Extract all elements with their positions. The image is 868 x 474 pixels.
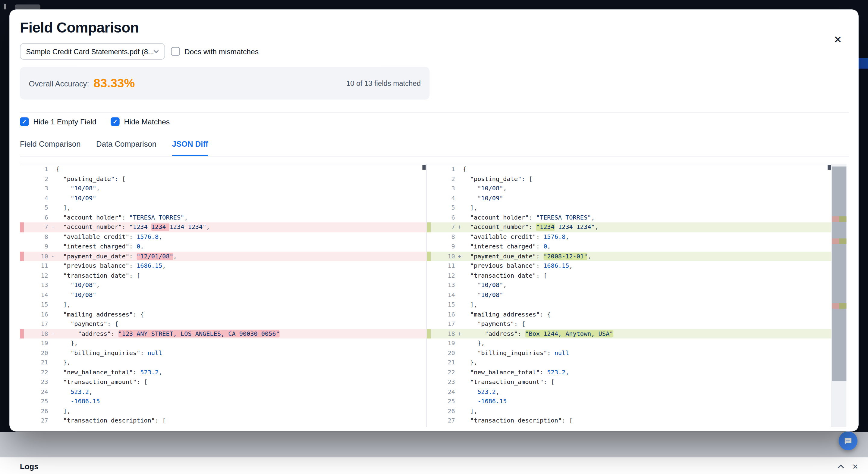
chevron-up-icon — [838, 464, 844, 469]
scrollbar-thumb[interactable] — [832, 167, 846, 381]
field-comparison-modal: Field Comparison ✕ Sample Credit Card St… — [9, 9, 859, 431]
diff-line: 22 "new_balance_total": 523.2, — [427, 368, 832, 377]
diff-line: 25 -1686.15 — [20, 397, 426, 406]
tab-json-diff[interactable]: JSON Diff — [172, 139, 208, 156]
pane-scrollbar-top[interactable] — [422, 165, 426, 170]
divider — [20, 112, 849, 113]
diff-line: 16 "mailing_addresses": { — [20, 310, 426, 319]
diff-line: 13 "10/08", — [427, 280, 832, 290]
diff-pane-right[interactable]: 1{2 "posting_date": [3 "10/08",4 "10/09"… — [427, 164, 832, 427]
logs-close-button[interactable]: ✕ — [851, 463, 859, 470]
diff-line: 20 "billing_inquiries": null — [427, 348, 832, 358]
tab-data-comparison[interactable]: Data Comparison — [96, 139, 156, 156]
diff-line: 27 "transaction_description": [ — [427, 416, 832, 426]
modal-title: Field Comparison — [20, 19, 138, 36]
diff-marker — [832, 238, 846, 244]
diff-line: 4 "10/09" — [427, 193, 832, 203]
diff-line: 15 ], — [20, 300, 426, 310]
chat-bubble-icon — [844, 436, 852, 445]
tab-bar: Field Comparison Data Comparison JSON Di… — [20, 139, 849, 157]
help-chat-fab[interactable] — [839, 432, 858, 450]
logs-panel-header: Logs ✕ — [0, 457, 868, 474]
docs-with-mismatches-checkbox[interactable] — [171, 47, 180, 56]
diff-line: 26 ], — [20, 406, 426, 416]
diff-minimap-scrollbar[interactable] — [832, 164, 846, 427]
diff-line: 14 "10/08" — [20, 290, 426, 300]
diff-line: 17 "payments": { — [20, 319, 426, 329]
hide-empty-field-filter: ✓ Hide 1 Empty Field — [20, 117, 96, 126]
diff-marker — [832, 216, 846, 222]
diff-line: 2 "posting_date": [ — [427, 174, 832, 184]
pane-scrollbar-top[interactable] — [828, 165, 831, 170]
diff-line: 20 "billing_inquiries": null — [20, 348, 426, 358]
diff-line: 9 "interest_charged": 0, — [427, 242, 832, 251]
hide-matches-filter: ✓ Hide Matches — [111, 117, 170, 126]
hide-matches-checkbox[interactable]: ✓ — [111, 117, 119, 126]
diff-line: 4 "10/09" — [20, 193, 426, 203]
hide-empty-field-label: Hide 1 Empty Field — [33, 117, 96, 126]
diff-line: 8 "available_credit": 1576.8, — [20, 232, 426, 242]
diff-line: 14 "10/08" — [427, 290, 832, 300]
diff-line: 6 "account_holder": "TERESA TORRES", — [427, 213, 832, 222]
diff-marker — [832, 303, 846, 309]
diff-line: 6 "account_holder": "TERESA TORRES", — [20, 213, 426, 222]
diff-line: 15 ], — [427, 300, 832, 310]
diff-line: 16 "mailing_addresses": { — [427, 310, 832, 319]
diff-line: 21 }, — [20, 358, 426, 367]
close-icon: ✕ — [852, 462, 858, 471]
diff-line: 11 "previous_balance": 1686.15, — [427, 261, 832, 271]
logs-collapse-button[interactable] — [837, 463, 845, 470]
diff-line: 7+ "account_number": "1234 1234 1234", — [427, 222, 832, 232]
diff-line: 12 "transaction_date": [ — [20, 271, 426, 280]
diff-line: 10+ "payment_due_date": "2008-12-01", — [427, 251, 832, 261]
app-logo-text-fragment — [15, 4, 40, 10]
diff-line: 23 "transaction_amount": [ — [20, 377, 426, 387]
diff-line: 1{ — [20, 164, 426, 174]
diff-line: 18+ "address": "Box 1244, Anytown, USA" — [427, 329, 832, 338]
diff-line: 22 "new_balance_total": 523.2, — [20, 368, 426, 377]
diff-line: 24 523.2, — [20, 387, 426, 397]
diff-line: 2 "posting_date": [ — [20, 174, 426, 184]
app-logo-fragment — [4, 4, 6, 9]
chevron-down-icon — [153, 50, 159, 53]
hide-empty-field-checkbox[interactable]: ✓ — [20, 117, 29, 126]
diff-line: 24 523.2, — [427, 387, 832, 397]
diff-line: 5 ], — [427, 203, 832, 213]
docs-with-mismatches-filter: Docs with mismatches — [171, 47, 259, 56]
overall-accuracy-panel: Overall Accuracy: 83.33% 10 of 13 fields… — [20, 67, 430, 99]
modal-close-button[interactable]: ✕ — [834, 35, 842, 45]
diff-line: 19 }, — [20, 338, 426, 348]
diff-line: 23 "transaction_amount": [ — [427, 377, 832, 387]
diff-line: 18- "address": "123 ANY STREET, LOS ANGE… — [20, 329, 426, 338]
document-select[interactable]: Sample Credit Card Statements.pdf (8... — [20, 43, 165, 60]
background-content-band: TOTAL — [0, 432, 868, 457]
diff-line: 10- "payment_due_date": "12/01/08", — [20, 251, 426, 261]
logs-title: Logs — [20, 462, 38, 471]
diff-line: 11 "previous_balance": 1686.15, — [20, 261, 426, 271]
diff-line: 5 ], — [20, 203, 426, 213]
diff-line: 27 "transaction_description": [ — [20, 416, 426, 426]
overall-accuracy-label: Overall Accuracy: — [29, 79, 89, 88]
json-diff-viewer: 1{2 "posting_date": [3 "10/08",4 "10/09"… — [20, 164, 847, 427]
diff-line: 8 "available_credit": 1576.8, — [427, 232, 832, 242]
diff-line: 3 "10/08", — [427, 184, 832, 193]
docs-with-mismatches-label: Docs with mismatches — [184, 47, 259, 56]
screen: TOTAL Logs ✕ Field Comparison ✕ Sample C… — [0, 0, 868, 474]
diff-line: 26 ], — [427, 406, 832, 416]
close-icon: ✕ — [834, 34, 842, 45]
diff-line: 21 }, — [427, 358, 832, 367]
hide-matches-label: Hide Matches — [124, 117, 170, 126]
diff-line: 3 "10/08", — [20, 184, 426, 193]
filters-row: ✓ Hide 1 Empty Field ✓ Hide Matches — [20, 117, 170, 126]
document-select-value: Sample Credit Card Statements.pdf (8... — [26, 47, 153, 56]
diff-line: 19 }, — [427, 338, 832, 348]
tab-field-comparison[interactable]: Field Comparison — [20, 139, 81, 156]
diff-line: 9 "interest_charged": 0, — [20, 242, 426, 251]
diff-line: 1{ — [427, 164, 832, 174]
diff-pane-left[interactable]: 1{2 "posting_date": [3 "10/08",4 "10/09"… — [20, 164, 426, 427]
diff-line: 25 -1686.15 — [427, 397, 832, 406]
diff-line: 13 "10/08", — [20, 280, 426, 290]
diff-line: 12 "transaction_date": [ — [427, 271, 832, 280]
overall-accuracy-value: 83.33% — [93, 76, 135, 91]
diff-line: 17 "payments": { — [427, 319, 832, 329]
